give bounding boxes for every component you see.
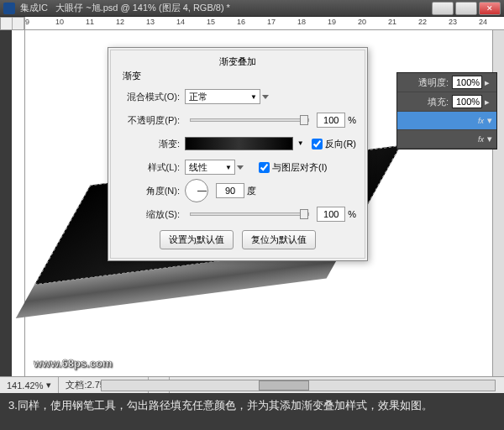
chevron-down-icon[interactable]: [262, 95, 269, 99]
chevron-down-icon[interactable]: [237, 165, 244, 170]
angle-dial[interactable]: [185, 179, 208, 202]
gradient-preview[interactable]: [185, 137, 293, 150]
style-select[interactable]: 线性: [185, 160, 235, 175]
titlebar: 集成IC 大眼仔 ~旭.psd @ 141% (图层 4, RGB/8) * —…: [0, 0, 504, 17]
app-icon: [3, 3, 15, 14]
maximize-button[interactable]: ▭: [455, 2, 477, 15]
close-button[interactable]: ✕: [479, 2, 501, 15]
opacity-panel-label: 透明度:: [402, 76, 452, 89]
gradient-label: 渐变:: [119, 138, 185, 150]
style-label: 样式(L):: [119, 161, 185, 174]
opacity-value[interactable]: 100: [317, 113, 345, 128]
blend-mode-select[interactable]: 正常: [185, 89, 260, 104]
ruler-vertical: [12, 30, 25, 376]
layer-item[interactable]: fx▾: [397, 130, 496, 149]
layer-item[interactable]: fx▾: [397, 112, 496, 130]
dialog-title: 渐变叠加: [119, 55, 356, 68]
layers-panel: 透明度: 100% ▸ 填充: 100% ▸ fx▾ fx▾: [396, 72, 497, 149]
angle-label: 角度(N):: [119, 185, 185, 197]
angle-value[interactable]: 90: [216, 183, 244, 198]
reset-default-button[interactable]: 复位为默认值: [242, 230, 316, 249]
zoom-status[interactable]: 141.42%▾: [0, 377, 59, 393]
align-checkbox[interactable]: [259, 162, 270, 173]
watermark: www.68ps.com: [34, 357, 112, 370]
reverse-label: 反向(R): [325, 138, 356, 150]
blend-mode-label: 混合模式(O):: [119, 91, 185, 103]
dialog-subtitle: 渐变: [123, 70, 356, 82]
tutorial-caption: 3.同样，使用钢笔工具，勾出路径填充任意颜色，并为其添加渐变叠加样式，效果如图。: [0, 393, 504, 430]
chevron-icon[interactable]: ▾: [487, 134, 492, 144]
opacity-label: 不透明度(P):: [119, 114, 185, 127]
ruler-corner: [0, 17, 25, 30]
set-default-button[interactable]: 设置为默认值: [160, 230, 234, 249]
ruler-horizontal: 9101112131415161718192021222324: [25, 17, 504, 30]
window-title: 集成IC 大眼仔 ~旭.psd @ 141% (图层 4, RGB/8) *: [20, 2, 432, 14]
opacity-slider[interactable]: [190, 118, 309, 122]
minimize-button[interactable]: —: [432, 2, 454, 15]
chevron-icon[interactable]: ▾: [487, 115, 492, 126]
chevron-down-icon[interactable]: ▸: [482, 77, 492, 88]
fill-panel-label: 填充:: [402, 96, 452, 108]
gradient-overlay-dialog: 渐变叠加 渐变 混合模式(O): 正常 不透明度(P): 100 % 渐变: 反…: [108, 47, 368, 261]
reverse-checkbox[interactable]: [312, 139, 323, 149]
fill-panel-value[interactable]: 100%: [452, 95, 482, 108]
scale-slider[interactable]: [190, 212, 309, 216]
opacity-panel-value[interactable]: 100%: [452, 76, 482, 89]
scale-label: 缩放(S):: [119, 208, 185, 221]
chevron-down-icon[interactable]: ▸: [482, 97, 492, 108]
scale-value[interactable]: 100: [317, 207, 345, 222]
align-label: 与图层对齐(I): [272, 161, 327, 174]
scrollbar-horizontal[interactable]: [101, 380, 496, 391]
